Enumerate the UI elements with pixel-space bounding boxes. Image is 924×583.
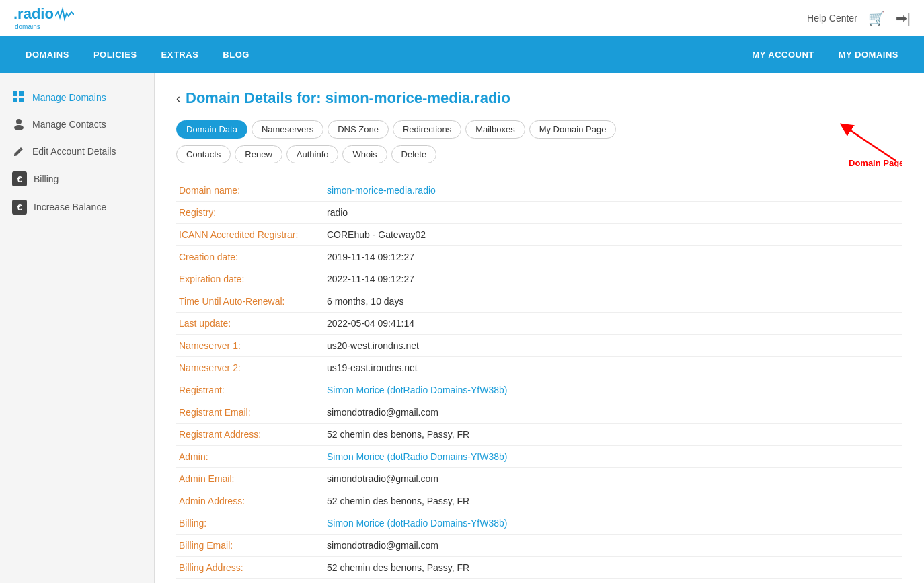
domain-field-value: 52 chemin des benons, Passy, FR [324, 490, 902, 512]
table-row: Admin Address:52 chemin des benons, Pass… [176, 490, 902, 512]
tab-mailboxes[interactable]: Mailboxes [465, 120, 525, 139]
domain-field-value: 52 chemin des benons, Passy, FR [324, 424, 902, 446]
person-icon [12, 118, 26, 131]
domain-field-value: 2022-05-04 09:41:14 [324, 313, 902, 335]
domain-field-label: Billing Email: [176, 535, 324, 557]
logo-text: .radio [13, 5, 54, 23]
table-row: Domain name:simon-morice-media.radio [176, 180, 902, 202]
table-row: Time Until Auto-Renewal:6 months, 10 day… [176, 290, 902, 313]
sidebar-item-increase-balance[interactable]: € Increase Balance [0, 193, 154, 221]
nav-left: DOMAINS POLICIES EXTRAS BLOG [13, 36, 262, 73]
svg-point-4 [16, 119, 22, 124]
domain-field-value[interactable]: Simon Morice (dotRadio Domains-YfW38b) [324, 379, 902, 401]
page-title-prefix: Domain Details for: [186, 89, 321, 106]
domain-field-value[interactable]: Simon Morice (dotRadio Domains-YfW38b) [324, 512, 902, 535]
tab-renew[interactable]: Renew [235, 145, 282, 163]
domain-field-label: Admin Address: [176, 490, 324, 512]
domain-field-label: Billing Address: [176, 557, 324, 579]
tabs-row-1: Domain Data Nameservers DNS Zone Redirec… [176, 120, 902, 139]
domain-field-label: Nameserver 2: [176, 357, 324, 379]
main-layout: Manage Domains Manage Contacts Edit Acco… [0, 73, 924, 583]
nav-domains[interactable]: DOMAINS [13, 36, 81, 73]
content-area: ‹ Domain Details for: simon-morice-media… [155, 73, 924, 583]
domain-field-label: Tech: [176, 579, 324, 584]
tab-nameservers[interactable]: Nameservers [252, 120, 323, 139]
domain-field-value: 2022-11-14 09:12:27 [324, 268, 902, 290]
page-title-area: ‹ Domain Details for: simon-morice-media… [176, 89, 902, 107]
logo-domains: domains [15, 23, 40, 30]
domain-field-label: Creation date: [176, 246, 324, 268]
domain-field-value: simondotradio@gmail.com [324, 468, 902, 490]
domain-data-table: Domain name:simon-morice-media.radioRegi… [176, 180, 902, 583]
domain-field-value: simondotradio@gmail.com [324, 535, 902, 557]
sidebar-label-manage-contacts: Manage Contacts [32, 119, 106, 130]
tab-my-domain-page[interactable]: My Domain Page [529, 120, 617, 139]
table-row: Billing Email:simondotradio@gmail.com [176, 535, 902, 557]
cart-icon[interactable]: 🛒 [868, 10, 885, 26]
sidebar-label-edit-account: Edit Account Details [32, 146, 116, 157]
table-row: Nameserver 2:us19-east.irondns.net [176, 357, 902, 379]
table-row: Billing Address:52 chemin des benons, Pa… [176, 557, 902, 579]
domain-field-label: Expiration date: [176, 268, 324, 290]
table-row: Admin:Simon Morice (dotRadio Domains-YfW… [176, 446, 902, 468]
tab-domain-data[interactable]: Domain Data [176, 120, 247, 139]
domain-field-value[interactable]: Simon Morice (dotRadio Domains-YfW38b) [324, 579, 902, 584]
domain-field-label: Admin: [176, 446, 324, 468]
tab-redirections[interactable]: Redirections [393, 120, 461, 139]
nav-policies[interactable]: POLICIES [81, 36, 149, 73]
domain-field-value: COREhub - Gateway02 [324, 224, 902, 246]
tab-delete[interactable]: Delete [391, 145, 437, 163]
domain-field-value[interactable]: Simon Morice (dotRadio Domains-YfW38b) [324, 446, 902, 468]
domain-field-value: 2019-11-14 09:12:27 [324, 246, 902, 268]
tabs-container: Domain Data Nameservers DNS Zone Redirec… [176, 120, 902, 139]
table-row: Nameserver 1:us20-west.irondns.net [176, 335, 902, 357]
domain-field-value: 6 months, 10 days [324, 290, 902, 313]
help-center-link[interactable]: Help Center [807, 13, 857, 24]
tab-whois[interactable]: Whois [342, 145, 387, 163]
sidebar-item-manage-contacts[interactable]: Manage Contacts [0, 111, 154, 138]
domain-field-label: Registrant: [176, 379, 324, 401]
back-arrow-icon[interactable]: ‹ [176, 91, 180, 106]
domain-field-value: simondotradio@gmail.com [324, 401, 902, 424]
svg-rect-0 [13, 91, 17, 96]
page-title-domain: simon-morice-media.radio [325, 89, 510, 106]
table-row: Registrant Address:52 chemin des benons,… [176, 424, 902, 446]
domain-field-label: Time Until Auto-Renewal: [176, 290, 324, 313]
nav-extras[interactable]: EXTRAS [149, 36, 211, 73]
nav-my-account[interactable]: MY ACCOUNT [740, 36, 826, 73]
table-row: Last update:2022-05-04 09:41:14 [176, 313, 902, 335]
table-row: Registry:radio [176, 202, 902, 224]
top-right-area: Help Center 🛒 ➡| [807, 10, 911, 26]
sidebar: Manage Domains Manage Contacts Edit Acco… [0, 73, 155, 583]
logo-wave-icon [55, 7, 74, 22]
tabs-row-2: Contacts Renew Authinfo Whois Delete [176, 145, 902, 163]
nav-right: MY ACCOUNT MY DOMAINS [740, 36, 911, 73]
domain-field-label: Registry: [176, 202, 324, 224]
domain-field-label: Registrant Address: [176, 424, 324, 446]
logo[interactable]: .radio domains [13, 5, 74, 30]
billing-icon: € [12, 171, 27, 186]
domain-field-label: Nameserver 1: [176, 335, 324, 357]
svg-rect-1 [19, 91, 24, 96]
tab-contacts[interactable]: Contacts [176, 145, 231, 163]
table-row: Admin Email:simondotradio@gmail.com [176, 468, 902, 490]
top-bar: .radio domains Help Center 🛒 ➡| [0, 0, 924, 36]
sidebar-label-manage-domains: Manage Domains [32, 92, 106, 103]
sidebar-item-billing[interactable]: € Billing [0, 165, 154, 193]
table-row: Creation date:2019-11-14 09:12:27 [176, 246, 902, 268]
sidebar-item-manage-domains[interactable]: Manage Domains [0, 84, 154, 111]
domain-field-label: Admin Email: [176, 468, 324, 490]
nav-my-domains[interactable]: MY DOMAINS [826, 36, 911, 73]
login-icon[interactable]: ➡| [896, 10, 911, 26]
tab-authinfo[interactable]: Authinfo [286, 145, 339, 163]
grid-icon [12, 91, 26, 104]
tab-dns-zone[interactable]: DNS Zone [328, 120, 389, 139]
table-row: ICANN Accredited Registrar:COREhub - Gat… [176, 224, 902, 246]
domain-field-value: radio [324, 202, 902, 224]
domain-field-value: us19-east.irondns.net [324, 357, 902, 379]
domain-field-value[interactable]: simon-morice-media.radio [324, 180, 902, 202]
sidebar-item-edit-account[interactable]: Edit Account Details [0, 138, 154, 165]
table-row: Expiration date:2022-11-14 09:12:27 [176, 268, 902, 290]
nav-blog[interactable]: BLOG [210, 36, 262, 73]
balance-icon: € [12, 200, 27, 215]
